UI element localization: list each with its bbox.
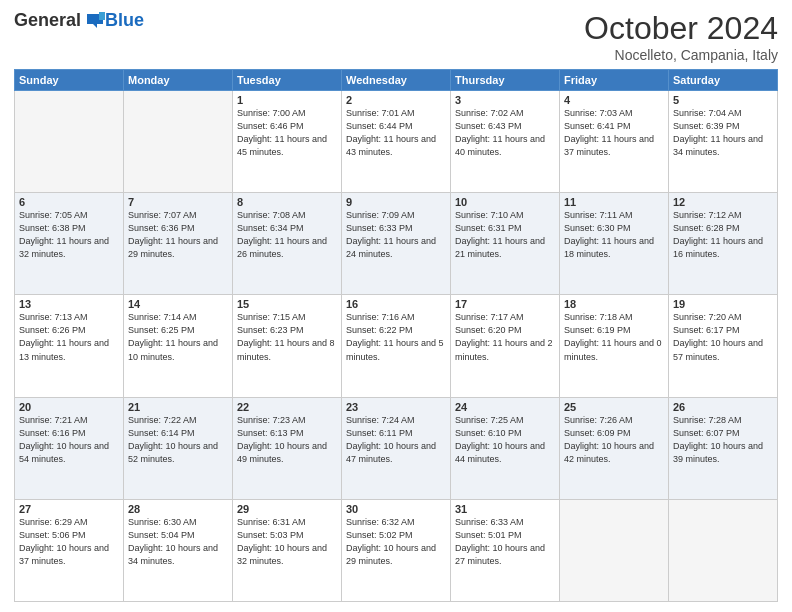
day-number: 25 (564, 401, 664, 413)
day-info: Sunrise: 7:08 AM Sunset: 6:34 PM Dayligh… (237, 209, 337, 261)
calendar-cell: 25Sunrise: 7:26 AM Sunset: 6:09 PM Dayli… (560, 397, 669, 499)
calendar-cell: 26Sunrise: 7:28 AM Sunset: 6:07 PM Dayli… (669, 397, 778, 499)
day-info: Sunrise: 7:13 AM Sunset: 6:26 PM Dayligh… (19, 311, 119, 363)
day-info: Sunrise: 7:17 AM Sunset: 6:20 PM Dayligh… (455, 311, 555, 363)
calendar-cell: 24Sunrise: 7:25 AM Sunset: 6:10 PM Dayli… (451, 397, 560, 499)
day-number: 21 (128, 401, 228, 413)
day-info: Sunrise: 6:33 AM Sunset: 5:01 PM Dayligh… (455, 516, 555, 568)
week-row-3: 13Sunrise: 7:13 AM Sunset: 6:26 PM Dayli… (15, 295, 778, 397)
day-info: Sunrise: 7:10 AM Sunset: 6:31 PM Dayligh… (455, 209, 555, 261)
day-info: Sunrise: 7:00 AM Sunset: 6:46 PM Dayligh… (237, 107, 337, 159)
location: Nocelleto, Campania, Italy (584, 47, 778, 63)
calendar-cell: 30Sunrise: 6:32 AM Sunset: 5:02 PM Dayli… (342, 499, 451, 601)
day-number: 7 (128, 196, 228, 208)
day-number: 1 (237, 94, 337, 106)
calendar-cell: 16Sunrise: 7:16 AM Sunset: 6:22 PM Dayli… (342, 295, 451, 397)
day-number: 10 (455, 196, 555, 208)
day-number: 22 (237, 401, 337, 413)
calendar-cell: 14Sunrise: 7:14 AM Sunset: 6:25 PM Dayli… (124, 295, 233, 397)
col-wednesday: Wednesday (342, 70, 451, 91)
col-friday: Friday (560, 70, 669, 91)
day-number: 26 (673, 401, 773, 413)
day-number: 18 (564, 298, 664, 310)
day-number: 8 (237, 196, 337, 208)
col-tuesday: Tuesday (233, 70, 342, 91)
calendar-cell: 17Sunrise: 7:17 AM Sunset: 6:20 PM Dayli… (451, 295, 560, 397)
day-number: 9 (346, 196, 446, 208)
month-title: October 2024 (584, 10, 778, 47)
day-info: Sunrise: 7:16 AM Sunset: 6:22 PM Dayligh… (346, 311, 446, 363)
calendar-cell: 1Sunrise: 7:00 AM Sunset: 6:46 PM Daylig… (233, 91, 342, 193)
calendar-cell: 19Sunrise: 7:20 AM Sunset: 6:17 PM Dayli… (669, 295, 778, 397)
logo-icon (83, 12, 105, 30)
logo-blue-text: Blue (105, 10, 144, 31)
day-number: 24 (455, 401, 555, 413)
calendar-cell: 23Sunrise: 7:24 AM Sunset: 6:11 PM Dayli… (342, 397, 451, 499)
calendar-cell (124, 91, 233, 193)
day-info: Sunrise: 7:21 AM Sunset: 6:16 PM Dayligh… (19, 414, 119, 466)
calendar-cell: 28Sunrise: 6:30 AM Sunset: 5:04 PM Dayli… (124, 499, 233, 601)
day-info: Sunrise: 7:15 AM Sunset: 6:23 PM Dayligh… (237, 311, 337, 363)
calendar-cell: 5Sunrise: 7:04 AM Sunset: 6:39 PM Daylig… (669, 91, 778, 193)
calendar-cell: 6Sunrise: 7:05 AM Sunset: 6:38 PM Daylig… (15, 193, 124, 295)
week-row-5: 27Sunrise: 6:29 AM Sunset: 5:06 PM Dayli… (15, 499, 778, 601)
calendar-cell: 18Sunrise: 7:18 AM Sunset: 6:19 PM Dayli… (560, 295, 669, 397)
calendar-header-row: Sunday Monday Tuesday Wednesday Thursday… (15, 70, 778, 91)
day-info: Sunrise: 7:18 AM Sunset: 6:19 PM Dayligh… (564, 311, 664, 363)
col-thursday: Thursday (451, 70, 560, 91)
day-info: Sunrise: 7:26 AM Sunset: 6:09 PM Dayligh… (564, 414, 664, 466)
day-number: 15 (237, 298, 337, 310)
calendar-cell (669, 499, 778, 601)
day-info: Sunrise: 7:20 AM Sunset: 6:17 PM Dayligh… (673, 311, 773, 363)
col-saturday: Saturday (669, 70, 778, 91)
day-number: 4 (564, 94, 664, 106)
day-info: Sunrise: 7:25 AM Sunset: 6:10 PM Dayligh… (455, 414, 555, 466)
day-info: Sunrise: 7:09 AM Sunset: 6:33 PM Dayligh… (346, 209, 446, 261)
day-info: Sunrise: 7:12 AM Sunset: 6:28 PM Dayligh… (673, 209, 773, 261)
calendar-cell (560, 499, 669, 601)
week-row-1: 1Sunrise: 7:00 AM Sunset: 6:46 PM Daylig… (15, 91, 778, 193)
day-number: 5 (673, 94, 773, 106)
calendar-cell: 15Sunrise: 7:15 AM Sunset: 6:23 PM Dayli… (233, 295, 342, 397)
week-row-2: 6Sunrise: 7:05 AM Sunset: 6:38 PM Daylig… (15, 193, 778, 295)
calendar-cell: 2Sunrise: 7:01 AM Sunset: 6:44 PM Daylig… (342, 91, 451, 193)
day-info: Sunrise: 7:07 AM Sunset: 6:36 PM Dayligh… (128, 209, 228, 261)
day-info: Sunrise: 7:23 AM Sunset: 6:13 PM Dayligh… (237, 414, 337, 466)
day-info: Sunrise: 6:31 AM Sunset: 5:03 PM Dayligh… (237, 516, 337, 568)
calendar-cell (15, 91, 124, 193)
day-info: Sunrise: 7:01 AM Sunset: 6:44 PM Dayligh… (346, 107, 446, 159)
day-number: 3 (455, 94, 555, 106)
day-number: 2 (346, 94, 446, 106)
day-info: Sunrise: 7:22 AM Sunset: 6:14 PM Dayligh… (128, 414, 228, 466)
logo-general-text: General (14, 10, 81, 31)
calendar-cell: 13Sunrise: 7:13 AM Sunset: 6:26 PM Dayli… (15, 295, 124, 397)
day-info: Sunrise: 7:03 AM Sunset: 6:41 PM Dayligh… (564, 107, 664, 159)
day-info: Sunrise: 7:24 AM Sunset: 6:11 PM Dayligh… (346, 414, 446, 466)
col-monday: Monday (124, 70, 233, 91)
calendar-cell: 9Sunrise: 7:09 AM Sunset: 6:33 PM Daylig… (342, 193, 451, 295)
col-sunday: Sunday (15, 70, 124, 91)
calendar-cell: 3Sunrise: 7:02 AM Sunset: 6:43 PM Daylig… (451, 91, 560, 193)
week-row-4: 20Sunrise: 7:21 AM Sunset: 6:16 PM Dayli… (15, 397, 778, 499)
day-number: 11 (564, 196, 664, 208)
calendar-cell: 12Sunrise: 7:12 AM Sunset: 6:28 PM Dayli… (669, 193, 778, 295)
calendar-cell: 10Sunrise: 7:10 AM Sunset: 6:31 PM Dayli… (451, 193, 560, 295)
page: General Blue October 2024 Nocelleto, Cam… (0, 0, 792, 612)
day-number: 6 (19, 196, 119, 208)
calendar-cell: 22Sunrise: 7:23 AM Sunset: 6:13 PM Dayli… (233, 397, 342, 499)
day-info: Sunrise: 7:02 AM Sunset: 6:43 PM Dayligh… (455, 107, 555, 159)
day-info: Sunrise: 6:29 AM Sunset: 5:06 PM Dayligh… (19, 516, 119, 568)
calendar-cell: 21Sunrise: 7:22 AM Sunset: 6:14 PM Dayli… (124, 397, 233, 499)
day-number: 29 (237, 503, 337, 515)
calendar-cell: 27Sunrise: 6:29 AM Sunset: 5:06 PM Dayli… (15, 499, 124, 601)
calendar-cell: 20Sunrise: 7:21 AM Sunset: 6:16 PM Dayli… (15, 397, 124, 499)
calendar-cell: 29Sunrise: 6:31 AM Sunset: 5:03 PM Dayli… (233, 499, 342, 601)
day-info: Sunrise: 6:30 AM Sunset: 5:04 PM Dayligh… (128, 516, 228, 568)
day-number: 30 (346, 503, 446, 515)
day-number: 14 (128, 298, 228, 310)
calendar-table: Sunday Monday Tuesday Wednesday Thursday… (14, 69, 778, 602)
day-info: Sunrise: 6:32 AM Sunset: 5:02 PM Dayligh… (346, 516, 446, 568)
calendar-cell: 11Sunrise: 7:11 AM Sunset: 6:30 PM Dayli… (560, 193, 669, 295)
day-number: 20 (19, 401, 119, 413)
day-number: 28 (128, 503, 228, 515)
